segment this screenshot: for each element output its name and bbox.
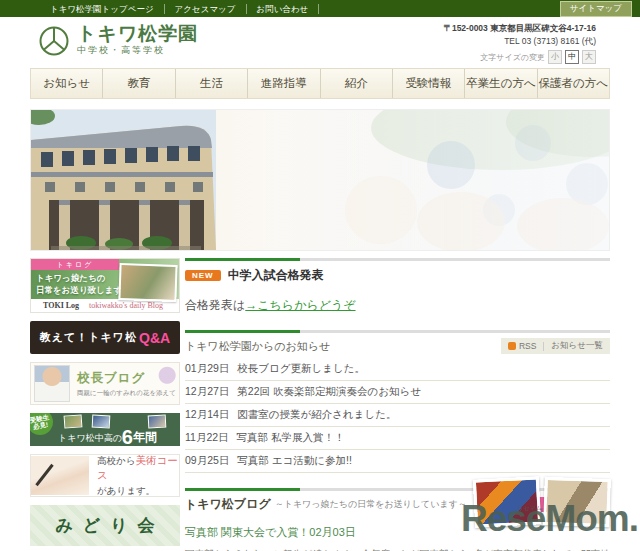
banner-art-course[interactable]: 高校から美術コース があります。 [30, 454, 180, 497]
news-row: 01月29日 校長ブログ更新しました。 [185, 358, 610, 381]
news-row: 12月14日 図書室の授業が紹介されました。 [185, 404, 610, 427]
rss-link[interactable]: RSS [519, 341, 536, 351]
font-size-label: 文字サイズの変更 [480, 52, 545, 63]
new-badge: NEW [185, 270, 221, 281]
six-years-suffix: 年間 [133, 430, 157, 444]
resemom-watermark: ReseMom. リセマム [461, 498, 638, 540]
news-link[interactable]: 図書室の授業が紹介されました。 [237, 408, 396, 422]
nav-item-life[interactable]: 生活 [176, 69, 248, 98]
sitemap-button[interactable]: サイトマップ [560, 1, 632, 17]
banner-midori-kai[interactable]: みどり会 [30, 505, 180, 546]
six-years-number: 6 [122, 426, 133, 446]
topbar-link-contact[interactable]: お問い合わせ [247, 4, 320, 14]
tokilog-badge: トキログ [31, 259, 119, 270]
announcement-title: 中学入試合格発表 [228, 267, 324, 284]
nav-item-news[interactable]: お知らせ [31, 69, 103, 98]
topbar-link-home[interactable]: トキワ松学園トップページ [40, 4, 165, 14]
news-section-title: トキワ松学園からのお知らせ [185, 339, 330, 354]
postal-address: 〒152-0003 東京都目黒区碑文谷4-17-16 [443, 22, 596, 35]
news-date: 01月29日 [185, 362, 229, 376]
news-link[interactable]: 写真部 私学展入賞！！ [237, 431, 345, 445]
principal-blog-subtitle: 両親に一輪のすみれの花を添えて [77, 389, 176, 398]
banner-qa[interactable]: 教えて！トキワ松 Q&A [30, 321, 180, 354]
news-link[interactable]: 校長ブログ更新しました。 [237, 362, 365, 376]
news-link[interactable]: 写真部 エコ活動に参加!! [237, 454, 352, 468]
school-address: 〒152-0003 東京都目黒区碑文谷4-17-16 TEL 03 (3713)… [443, 22, 596, 48]
news-date: 11月22日 [185, 431, 229, 445]
nav-item-career[interactable]: 進路指導 [248, 69, 320, 98]
font-size-small-button[interactable]: 小 [548, 50, 562, 64]
news-list: 01月29日 校長ブログ更新しました。 12月27日 第22回 吹奏楽部定期演奏… [185, 358, 610, 473]
nav-item-exam-info[interactable]: 受験情報 [393, 69, 465, 98]
phone-number: TEL 03 (3713) 8161 (代) [443, 35, 596, 48]
blog-section-subtitle: ～トキワっ娘たちの日常をお送りしています～ [275, 498, 467, 511]
font-size-large-button[interactable]: 大 [582, 50, 596, 64]
hero-image [30, 109, 610, 251]
section-divider [185, 258, 610, 261]
tokilog-copy-line1: トキワっ娘たちの [36, 273, 105, 285]
nav-item-parents[interactable]: 保護者の方へ [538, 69, 609, 98]
school-subname: 中学校・高等学校 [77, 44, 198, 57]
tokilog-copy-line2: 日常をお送り致します [36, 285, 122, 297]
watermark-reading: リセマム [517, 504, 542, 513]
nav-item-intro[interactable]: 紹介 [321, 69, 393, 98]
qa-banner-accent: Q&A [139, 330, 170, 346]
midori-kai-text: みどり会 [45, 514, 164, 537]
exam-must-see-badge: 受験生 必見! [30, 413, 55, 437]
tokilog-title-en: TOKI Log [43, 301, 79, 310]
art-course-line1-prefix: 高校から [97, 455, 135, 466]
banner-principal-blog[interactable]: 校長ブログ 両親に一輪のすみれの花を添えて [30, 362, 180, 405]
tokilog-subtitle-en: tokiwakko's daily Blog [89, 301, 163, 310]
nav-item-education[interactable]: 教育 [103, 69, 175, 98]
site-header: トキワ松学園 中学校・高等学校 〒152-0003 東京都目黒区碑文谷4-17-… [0, 17, 640, 66]
banner-tokilog-blog[interactable]: トキログ トキワっ娘たちの 日常をお送り致します TOKI Log tokiwa… [30, 258, 180, 313]
six-years-prefix: トキワ松中高の [58, 433, 122, 443]
news-row: 11月22日 写真部 私学展入賞！！ [185, 427, 610, 450]
school-logo-icon [38, 25, 70, 57]
rss-icon [508, 342, 516, 350]
art-course-line2: があります。 [97, 484, 179, 497]
news-toolbar: RSS お知らせ一覧 [501, 338, 610, 354]
page: トキワ松学園トップページ アクセスマップ お問い合わせ サイトマップ トキワ松学… [0, 0, 640, 551]
news-row: 09月25日 写真部 エコ活動に参加!! [185, 450, 610, 473]
news-date: 09月25日 [185, 454, 229, 468]
announcement-body: 合格発表は [185, 298, 245, 312]
school-logo[interactable]: トキワ松学園 中学校・高等学校 [38, 24, 198, 57]
sidebar: トキログ トキワっ娘たちの 日常をお送り致します TOKI Log tokiwa… [30, 258, 180, 551]
utility-bar: トキワ松学園トップページ アクセスマップ お問い合わせ サイトマップ [0, 0, 640, 17]
news-link[interactable]: 第22回 吹奏楽部定期演奏会のお知らせ [237, 385, 421, 399]
pass-announcement-link[interactable]: →こちらからどうぞ [245, 298, 355, 312]
principal-blog-title: 校長ブログ [77, 370, 176, 387]
news-row: 12月27日 第22回 吹奏楽部定期演奏会のお知らせ [185, 381, 610, 404]
art-course-photo [31, 456, 89, 495]
news-date: 12月14日 [185, 408, 229, 422]
topbar-link-access-map[interactable]: アクセスマップ [165, 4, 247, 14]
banner-six-years[interactable]: 受験生 必見! トキワ松中高の6年間 [30, 413, 180, 446]
blog-section-title: トキワ松ブログ [185, 496, 271, 513]
school-name: トキワ松学園 [77, 24, 198, 44]
principal-photo [34, 365, 70, 402]
global-nav: お知らせ 教育 生活 進路指導 紹介 受験情報 卒業生の方へ 保護者の方へ [30, 68, 610, 99]
nav-item-alumni[interactable]: 卒業生の方へ [465, 69, 537, 98]
qa-banner-text: 教えて！トキワ松 [40, 330, 137, 345]
section-divider [185, 330, 610, 333]
font-size-medium-button[interactable]: 中 [565, 50, 579, 64]
font-size-control: 文字サイズの変更 小 中 大 [480, 50, 596, 64]
news-list-link[interactable]: お知らせ一覧 [551, 340, 603, 352]
news-date: 12月27日 [185, 385, 229, 399]
tokilog-photo [118, 263, 177, 302]
